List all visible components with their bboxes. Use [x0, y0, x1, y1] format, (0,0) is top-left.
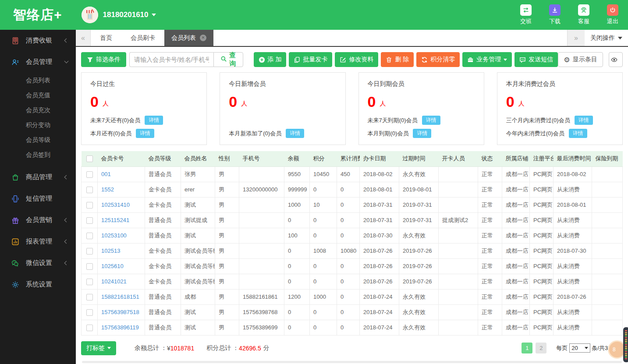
briefcase-icon: [467, 57, 474, 63]
sidebar-subitem-member-recharge-times[interactable]: 会员充次: [0, 102, 76, 117]
sidebar-subitem-member-checkin[interactable]: 会员签到: [0, 147, 76, 162]
user-account-dropdown[interactable]: 18180201610: [82, 7, 156, 23]
column-header-3[interactable]: 性别: [215, 151, 239, 166]
member-card-link[interactable]: 10253100: [101, 232, 127, 239]
visibility-toggle-button[interactable]: [609, 52, 623, 67]
column-header-6[interactable]: 积分: [310, 151, 337, 166]
page-button-1[interactable]: 1: [522, 343, 532, 353]
column-header-14[interactable]: 最后消费时间: [553, 151, 592, 166]
column-header-5[interactable]: 余额: [284, 151, 310, 166]
sidebar-item-sms-manage[interactable]: 短信管理: [0, 188, 76, 209]
member-card-link[interactable]: 1025610: [101, 263, 124, 269]
member-card-link[interactable]: 102531410: [101, 201, 130, 208]
row-checkbox[interactable]: [86, 217, 93, 224]
detail-badge-button[interactable]: 详情: [422, 116, 440, 125]
column-header-9[interactable]: 过期时间: [399, 151, 439, 166]
print-tag-button[interactable]: 打标签: [81, 341, 116, 355]
member-card-link[interactable]: 10241021: [101, 278, 127, 285]
sidebar-subitem-points-change[interactable]: 积分变动: [0, 117, 76, 132]
column-header-0[interactable]: 会员卡号: [98, 151, 145, 166]
detail-badge-button[interactable]: 详情: [413, 129, 431, 138]
sidebar-item-report-manage[interactable]: 报表管理: [0, 231, 76, 252]
row-checkbox[interactable]: [86, 279, 93, 285]
cell-2: erer: [181, 182, 215, 197]
top-action-shift-change[interactable]: 交班: [520, 4, 532, 25]
sidebar-subitem-member-level[interactable]: 会员等级: [0, 132, 76, 147]
member-card-link[interactable]: 158821618151: [101, 293, 139, 300]
tabs-scroll-left-button[interactable]: «: [76, 30, 91, 46]
row-checkbox[interactable]: [86, 325, 93, 331]
top-action-logout[interactable]: 退出: [607, 4, 618, 25]
sidebar-subitem-member-recharge[interactable]: 会员充值: [0, 88, 76, 102]
row-checkbox[interactable]: [86, 263, 93, 270]
top-action-download[interactable]: 下载: [549, 4, 561, 25]
sidebar-item-wechat-settings[interactable]: 微信设置: [0, 252, 76, 274]
member-card-link[interactable]: 001: [101, 171, 111, 177]
clear-points-button[interactable]: 积分清零: [416, 52, 460, 67]
column-header-10[interactable]: 开卡人员: [439, 151, 478, 166]
detail-badge-button[interactable]: 详情: [286, 129, 304, 138]
sidebar-subitem-member-list[interactable]: 会员列表: [0, 73, 76, 88]
per-page-select[interactable]: 20: [569, 343, 590, 353]
column-header-4[interactable]: 手机号: [239, 151, 284, 166]
edit-profile-button[interactable]: 修改资料: [335, 52, 378, 67]
close-operations-dropdown[interactable]: 关闭操作: [585, 30, 628, 46]
row-checkbox[interactable]: [86, 248, 93, 254]
select-all-checkbox[interactable]: [86, 155, 93, 162]
column-header-12[interactable]: 所属店铺: [502, 151, 530, 166]
detail-badge-button[interactable]: 详情: [136, 129, 154, 138]
row-checkbox[interactable]: [86, 233, 93, 239]
sidebar-item-member-manage[interactable]: 会员管理: [0, 51, 76, 73]
member-card-link[interactable]: 1552: [101, 186, 114, 193]
sidebar-item-goods-manage[interactable]: 商品管理: [0, 166, 76, 188]
filter-conditions-button[interactable]: 筛选条件: [81, 52, 126, 67]
column-header-8[interactable]: 办卡日期: [360, 151, 399, 166]
member-card-link[interactable]: 125115241: [101, 217, 129, 223]
tab-close-icon[interactable]: ✕: [200, 35, 206, 41]
horizontal-scrollbar[interactable]: [82, 361, 622, 363]
detail-badge-button[interactable]: 详情: [145, 116, 163, 125]
page-button-2[interactable]: 2: [536, 343, 546, 353]
tab-member-list[interactable]: 会员列表✕: [164, 30, 213, 46]
cell-9: 永久有效: [399, 304, 439, 320]
delete-button[interactable]: 删 除: [381, 52, 414, 67]
row-checkbox[interactable]: [86, 309, 93, 316]
column-header-15[interactable]: 保险到期: [592, 151, 623, 166]
tabs-scroll-right-button[interactable]: »: [567, 30, 585, 46]
tab-home[interactable]: 首页: [91, 30, 121, 46]
cell-12: 成都一店: [502, 274, 530, 289]
display-items-button[interactable]: ⚙ 显示条目: [558, 52, 603, 67]
row-checkbox[interactable]: [86, 202, 93, 209]
search-button[interactable]: 查询: [213, 52, 243, 67]
row-checkbox[interactable]: [86, 187, 93, 193]
button-label: 修改资料: [349, 56, 373, 64]
cash-register-icon: ¥: [11, 37, 20, 45]
cell-6: 0: [310, 212, 337, 228]
detail-badge-button[interactable]: 详情: [569, 129, 587, 138]
detail-badge-button[interactable]: 详情: [575, 116, 593, 125]
add-button[interactable]: 添 加: [254, 52, 287, 67]
sidebar-item-label: 短信管理: [26, 194, 68, 203]
column-header-2[interactable]: 会员姓名: [181, 151, 215, 166]
member-card-link[interactable]: 102513: [101, 247, 120, 254]
row-checkbox[interactable]: [86, 294, 93, 300]
cell-15: [592, 320, 623, 335]
sidebar-item-system-settings[interactable]: 系统设置: [0, 274, 76, 295]
sidebar-item-consume-cashier[interactable]: ¥消费收银: [0, 30, 76, 51]
member-card-link[interactable]: 157563987518: [101, 309, 139, 315]
batch-issue-card-button[interactable]: 批量发卡: [289, 52, 332, 67]
column-header-7[interactable]: 累计消费: [337, 151, 360, 166]
row-checkbox[interactable]: [86, 171, 93, 178]
stat-value-number: 0: [90, 94, 99, 109]
sidebar-item-member-marketing[interactable]: 会员营销: [0, 209, 76, 231]
column-header-1[interactable]: 会员等级: [145, 151, 181, 166]
column-header-13[interactable]: 注册平台: [530, 151, 553, 166]
column-header-11[interactable]: 状态: [478, 151, 502, 166]
search-input[interactable]: [129, 52, 213, 67]
send-sms-button[interactable]: 发送短信: [514, 52, 558, 67]
top-action-customer-service[interactable]: 客服: [578, 4, 589, 25]
tabbar-spacer: [213, 30, 567, 46]
member-card-link[interactable]: 157563896119: [101, 324, 139, 331]
tab-member-swipe[interactable]: 会员刷卡: [121, 30, 164, 46]
business-manage-button[interactable]: 业务管理: [462, 52, 512, 67]
